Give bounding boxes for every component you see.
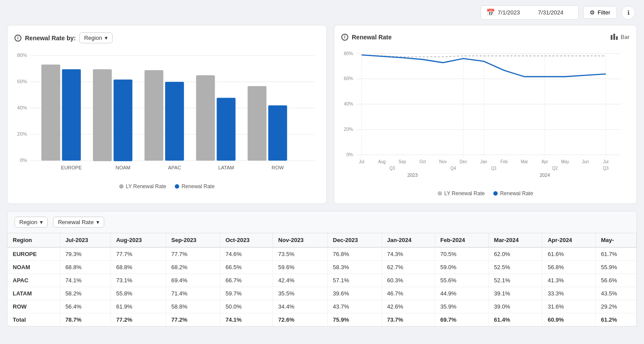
chevron-down-icon: ▾ xyxy=(105,35,108,41)
line-chart-svg: 80% 60% 40% 20% 0% Jul Aug Sep xyxy=(341,47,630,187)
cell-value: 35.5% xyxy=(273,287,328,300)
table-header-row: Region Jul-2023 Aug-2023 Sep-2023 Oct-20… xyxy=(7,233,637,247)
svg-text:Feb: Feb xyxy=(500,159,508,164)
legend-current-label: Renewal Rate xyxy=(181,183,214,190)
cell-value: 60.3% xyxy=(382,274,435,287)
cell-value: 73.1% xyxy=(111,274,166,287)
table-region-label: Region xyxy=(19,219,37,225)
date-end-input[interactable] xyxy=(538,9,573,16)
cell-value: 68.2% xyxy=(166,261,220,274)
cell-value: 39.0% xyxy=(488,300,542,313)
col-mar2024: Mar-2024 xyxy=(488,233,542,247)
svg-text:Aug: Aug xyxy=(378,159,386,164)
svg-text:Q3: Q3 xyxy=(389,165,395,170)
cell-value: 55.9% xyxy=(595,261,636,274)
svg-text:NOAM: NOAM xyxy=(116,165,131,170)
cell-region: EUROPE xyxy=(7,247,60,261)
col-may-partial: May- xyxy=(595,233,636,247)
svg-text:May: May xyxy=(561,159,569,164)
svg-text:Q1: Q1 xyxy=(491,165,497,170)
table-region-chevron-icon: ▾ xyxy=(40,219,43,225)
top-bar: 📅 ⚙ Filter ℹ xyxy=(0,0,644,25)
cell-value: 66.5% xyxy=(220,261,272,274)
right-chart-info-icon[interactable]: i xyxy=(341,34,348,41)
cell-region: ROW xyxy=(7,300,60,313)
svg-rect-22 xyxy=(248,86,266,161)
cell-value: 42.4% xyxy=(273,274,328,287)
region-dropdown[interactable]: Region ▾ xyxy=(79,32,113,43)
bottom-section: Region ▾ Renewal Rate ▾ Region Jul-2023 … xyxy=(7,211,637,326)
col-jan2024: Jan-2024 xyxy=(382,233,435,247)
cell-value: 62.0% xyxy=(488,247,542,261)
cell-region: Total xyxy=(7,313,60,326)
svg-text:20%: 20% xyxy=(344,126,354,132)
cell-value: 74.3% xyxy=(382,247,435,261)
cell-value: 61.9% xyxy=(111,300,166,313)
cell-value: 39.6% xyxy=(327,287,382,300)
legend-current-dot xyxy=(175,184,179,189)
filter-button[interactable]: ⚙ Filter xyxy=(583,6,617,19)
svg-text:20%: 20% xyxy=(17,131,27,137)
svg-text:Apr: Apr xyxy=(541,159,548,164)
cell-value: 46.7% xyxy=(382,287,435,300)
svg-rect-27 xyxy=(616,36,618,40)
left-chart-info-icon[interactable]: i xyxy=(14,35,21,42)
cell-value: 56.6% xyxy=(595,274,636,287)
svg-text:Q2: Q2 xyxy=(552,165,558,170)
svg-text:Sep: Sep xyxy=(399,159,407,164)
bar-chart-svg: 80% 60% 40% 20% 0% EUROPE xyxy=(14,49,319,180)
right-chart-title: Renewal Rate xyxy=(352,34,392,41)
svg-text:2023: 2023 xyxy=(407,172,418,178)
svg-text:Jan: Jan xyxy=(480,159,487,164)
bar-toggle-button[interactable]: Bar xyxy=(610,32,630,42)
svg-text:60%: 60% xyxy=(17,79,27,84)
cell-value: 77.7% xyxy=(111,247,166,261)
left-chart-header: i Renewal Rate by: Region ▾ xyxy=(14,32,319,43)
svg-text:LATAM: LATAM xyxy=(218,165,234,170)
info-circle-icon: ℹ xyxy=(627,9,630,16)
cell-value: 58.3% xyxy=(327,261,382,274)
cell-value: 43.7% xyxy=(327,300,382,313)
cell-value: 58.8% xyxy=(166,300,220,313)
svg-rect-17 xyxy=(165,82,184,161)
svg-rect-26 xyxy=(613,34,615,40)
svg-text:0%: 0% xyxy=(347,151,354,157)
table-row: Total78.7%77.2%77.2%74.1%72.6%75.9%73.7%… xyxy=(7,313,637,326)
right-legend-current: Renewal Rate xyxy=(493,190,533,197)
date-start-input[interactable] xyxy=(498,9,533,16)
cell-value: 71.4% xyxy=(166,287,220,300)
cell-value: 61.6% xyxy=(542,247,595,261)
legend-ly: LY Renewal Rate xyxy=(119,183,166,190)
region-dropdown-label: Region xyxy=(84,35,102,41)
svg-text:Oct: Oct xyxy=(419,159,426,164)
cell-value: 44.9% xyxy=(435,287,489,300)
svg-text:80%: 80% xyxy=(17,53,27,58)
cell-value: 57.1% xyxy=(327,274,382,287)
cell-value: 68.8% xyxy=(60,261,111,274)
cell-value: 77.7% xyxy=(166,247,220,261)
cell-value: 59.0% xyxy=(435,261,489,274)
cell-value: 55.8% xyxy=(111,287,166,300)
cell-value: 68.8% xyxy=(111,261,166,274)
svg-text:0%: 0% xyxy=(20,158,27,163)
cell-value: 77.2% xyxy=(111,313,166,326)
table-metric-dropdown[interactable]: Renewal Rate ▾ xyxy=(53,217,104,228)
svg-text:Q3: Q3 xyxy=(603,165,609,170)
info-button[interactable]: ℹ xyxy=(621,6,635,20)
svg-text:APAC: APAC xyxy=(168,165,181,170)
table-region-dropdown[interactable]: Region ▾ xyxy=(14,217,48,228)
bar-toggle-label: Bar xyxy=(621,34,630,40)
svg-text:Jul: Jul xyxy=(359,159,364,164)
date-range-picker[interactable]: 📅 xyxy=(481,5,579,20)
cell-value: 59.7% xyxy=(220,287,272,300)
data-table: Region Jul-2023 Aug-2023 Sep-2023 Oct-20… xyxy=(7,233,637,326)
svg-text:40%: 40% xyxy=(17,105,27,110)
cell-value: 61.2% xyxy=(595,313,636,326)
cell-region: NOAM xyxy=(7,261,60,274)
svg-text:ROW: ROW xyxy=(272,165,284,170)
table-row: LATAM58.2%55.8%71.4%59.7%35.5%39.6%46.7%… xyxy=(7,287,637,300)
line-chart-area: 80% 60% 40% 20% 0% Jul Aug Sep xyxy=(341,47,630,187)
cell-value: 43.5% xyxy=(595,287,636,300)
cell-value: 52.1% xyxy=(488,274,542,287)
table-row: NOAM68.8%68.8%68.2%66.5%59.6%58.3%62.7%5… xyxy=(7,261,637,274)
